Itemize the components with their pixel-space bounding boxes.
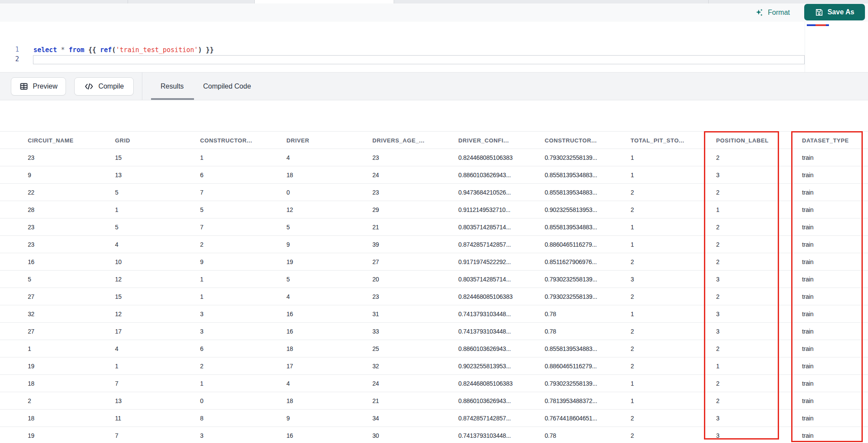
table-cell: 2	[716, 253, 720, 271]
toolbar-divider	[142, 73, 142, 100]
table-cell: 1	[631, 392, 634, 410]
table-cell: 0.824468085106383	[458, 375, 513, 392]
tab-results[interactable]: Results	[161, 73, 184, 100]
compile-button[interactable]: Compile	[74, 77, 134, 96]
table-row: 1610919270.9171974522292...0.85116279069…	[0, 253, 868, 271]
table-cell: 5	[286, 218, 290, 236]
save-as-button[interactable]: Save As	[804, 4, 865, 20]
table-cell: 3	[631, 271, 634, 288]
table-cell: 19	[286, 253, 293, 271]
table-cell: 0.9023255813953...	[458, 357, 511, 375]
preview-button[interactable]: Preview	[11, 77, 66, 96]
table-cell: 18	[286, 166, 293, 184]
table-cell: 1	[200, 149, 204, 166]
table-row: 18714240.8244680851063830.7930232558139.…	[0, 375, 868, 392]
table-cell: 19	[28, 357, 34, 375]
table-cell: 17	[115, 323, 122, 340]
table-cell: 1	[716, 201, 720, 218]
table-cell: 3	[200, 323, 204, 340]
top-tab-segment[interactable]	[394, 0, 709, 3]
code-token: (	[112, 46, 116, 54]
table-row: 2717316330.7413793103448...0.7823train	[0, 323, 868, 340]
table-cell: 6	[200, 166, 204, 184]
table-cell: 7	[200, 184, 204, 201]
table-cell: train	[802, 271, 813, 288]
table-cell: 17	[286, 357, 293, 375]
table-cell: 1	[200, 271, 204, 288]
top-tab-segment-active[interactable]	[255, 0, 394, 3]
results-header: Results limited to 500 rows. ? Download …	[0, 101, 868, 131]
table-row: 191217320.9023255813953...0.886046511627…	[0, 357, 868, 375]
table-cell: 0.8742857142857...	[458, 236, 511, 253]
table-cell: 11	[115, 410, 121, 427]
minimap-code-line	[807, 24, 832, 26]
table-cell: 2	[716, 184, 720, 201]
column-header: CIRCUIT_NAME	[28, 132, 73, 149]
column-header: TOTAL_PIT_STO...	[631, 132, 684, 149]
table-cell: 2	[631, 288, 634, 305]
table-cell: 34	[372, 410, 379, 427]
table-cell: 0	[200, 392, 204, 410]
code-token: *	[61, 46, 69, 54]
table-cell: 1	[631, 149, 634, 166]
table-cell: 0.8860103626943...	[458, 166, 511, 184]
table-cell: 3	[716, 410, 720, 427]
table-cell: 19	[28, 427, 34, 443]
table-cell: 4	[286, 149, 290, 166]
top-tab-segment[interactable]	[0, 0, 128, 3]
table-cell: 7	[115, 375, 118, 392]
table-cell: 0.7674418604651...	[545, 410, 597, 427]
table-cell: 32	[28, 305, 34, 323]
table-cell: 27	[28, 288, 34, 305]
table-cell: train	[802, 305, 813, 323]
table-cell: 3	[716, 166, 720, 184]
top-tab-segment[interactable]	[128, 0, 255, 3]
table-row: 14618250.8860103626943...0.8558139534883…	[0, 340, 868, 357]
active-tab-indicator	[151, 98, 194, 100]
code-line-1-content[interactable]: select * from {{ ref('train_test_positio…	[33, 45, 214, 55]
table-cell: 0.7413793103448...	[458, 305, 511, 323]
table-cell: 2	[716, 236, 720, 253]
table-cell: 21	[372, 218, 379, 236]
table-cell: 0.8511627906976...	[545, 253, 597, 271]
table-cell: train	[802, 253, 813, 271]
table-cell: train	[802, 149, 813, 166]
table-cell: 2	[631, 427, 634, 443]
table-cell: 2	[200, 236, 204, 253]
table-cell: 16	[286, 305, 293, 323]
table-cell: 21	[372, 392, 379, 410]
floppy-disk-icon	[815, 8, 823, 17]
table-cell: 7	[115, 427, 118, 443]
top-tab-strip	[0, 0, 868, 3]
table-cell: 0.7930232558139...	[545, 271, 597, 288]
table-cell: 1	[631, 218, 634, 236]
format-button[interactable]: Format	[755, 6, 790, 19]
editor-minimap[interactable]	[805, 22, 868, 72]
format-label: Format	[768, 9, 790, 17]
table-cell: 0.8860465116279...	[545, 357, 597, 375]
table-cell: 1	[631, 236, 634, 253]
code-editor[interactable]: 1 2 select * from {{ ref('train_test_pos…	[0, 22, 868, 72]
table-cell: 1	[716, 357, 720, 375]
column-header: DATASET_TYPE	[802, 132, 849, 149]
table-cell: train	[802, 392, 813, 410]
table-cell: 2	[631, 184, 634, 201]
table-cell: 5	[286, 271, 290, 288]
results-table: CIRCUIT_NAMEGRIDCONSTRUCTOR...DRIVERDRIV…	[0, 131, 868, 443]
table-cell: 2	[716, 340, 720, 357]
code-token: 'train_test_position'	[116, 46, 198, 54]
table-cell: 1	[631, 305, 634, 323]
table-cell: 5	[200, 201, 204, 218]
table-cell: 4	[286, 288, 290, 305]
table-cell: 18	[28, 410, 34, 427]
tab-compiled-code[interactable]: Compiled Code	[203, 73, 251, 100]
table-cell: 13	[115, 392, 122, 410]
table-cell: 3	[716, 271, 720, 288]
column-header: CONSTRUCTOR...	[545, 132, 597, 149]
table-cell: 39	[372, 236, 379, 253]
table-cell: train	[802, 218, 813, 236]
table-cell: 5	[115, 218, 118, 236]
table-cell: train	[802, 340, 813, 357]
current-line-highlight[interactable]	[33, 55, 805, 64]
table-cell: 4	[115, 236, 118, 253]
